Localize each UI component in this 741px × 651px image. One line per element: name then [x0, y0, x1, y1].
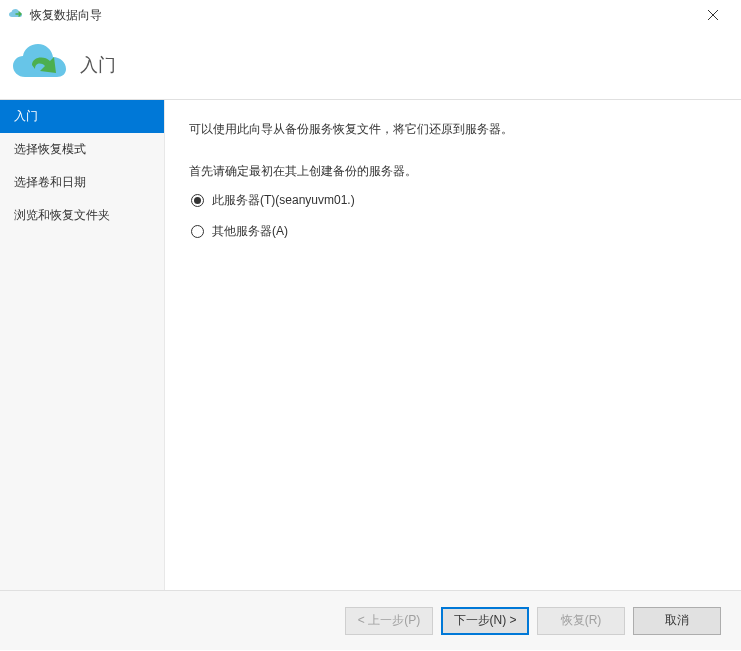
- titlebar: 恢复数据向导: [0, 0, 741, 30]
- cancel-button[interactable]: 取消: [633, 607, 721, 635]
- radio-indicator: [191, 225, 204, 238]
- recover-button: 恢复(R): [537, 607, 625, 635]
- page-title: 入门: [80, 53, 116, 77]
- radio-this-server[interactable]: 此服务器(T)(seanyuvm01.): [191, 192, 717, 209]
- titlebar-title: 恢复数据向导: [30, 7, 693, 24]
- sidebar-item-mode[interactable]: 选择恢复模式: [0, 133, 164, 166]
- next-button[interactable]: 下一步(N) >: [441, 607, 529, 635]
- wizard-body: 入门 选择恢复模式 选择卷和日期 浏览和恢复文件夹 可以使用此向导从备份服务恢复…: [0, 100, 741, 590]
- sidebar-item-label: 选择恢复模式: [14, 142, 86, 156]
- prompt-text: 首先请确定最初在其上创建备份的服务器。: [189, 163, 717, 180]
- radio-label: 其他服务器(A): [212, 223, 288, 240]
- radio-indicator: [191, 194, 204, 207]
- sidebar-item-intro[interactable]: 入门: [0, 100, 164, 133]
- server-radio-group: 此服务器(T)(seanyuvm01.) 其他服务器(A): [189, 192, 717, 240]
- sidebar-item-browse[interactable]: 浏览和恢复文件夹: [0, 199, 164, 232]
- sidebar: 入门 选择恢复模式 选择卷和日期 浏览和恢复文件夹: [0, 100, 165, 590]
- close-button[interactable]: [693, 0, 733, 30]
- intro-text: 可以使用此向导从备份服务恢复文件，将它们还原到服务器。: [189, 120, 717, 139]
- sidebar-item-label: 浏览和恢复文件夹: [14, 208, 110, 222]
- sidebar-item-label: 选择卷和日期: [14, 175, 86, 189]
- sidebar-item-volume-date[interactable]: 选择卷和日期: [0, 166, 164, 199]
- radio-other-server[interactable]: 其他服务器(A): [191, 223, 717, 240]
- content-area: 可以使用此向导从备份服务恢复文件，将它们还原到服务器。 首先请确定最初在其上创建…: [165, 100, 741, 590]
- radio-label: 此服务器(T)(seanyuvm01.): [212, 192, 355, 209]
- app-icon: [8, 7, 24, 23]
- prev-button: < 上一步(P): [345, 607, 433, 635]
- wizard-header: 入门: [0, 30, 741, 100]
- sidebar-item-label: 入门: [14, 109, 38, 123]
- wizard-footer: < 上一步(P) 下一步(N) > 恢复(R) 取消: [0, 590, 741, 650]
- cloud-restore-icon: [10, 41, 70, 89]
